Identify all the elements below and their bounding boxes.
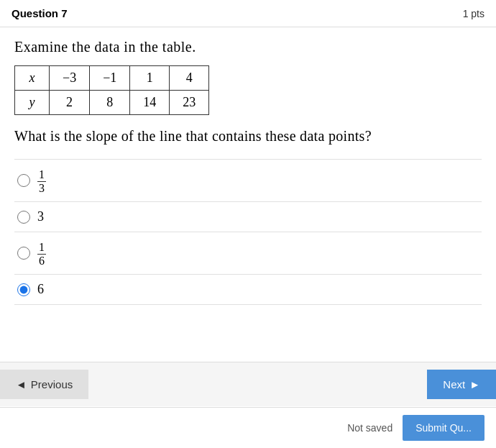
not-saved-text: Not saved	[347, 422, 392, 434]
option-item-4[interactable]: 6	[14, 275, 482, 305]
prev-arrow-icon: ◄	[16, 378, 27, 390]
option-radio-4[interactable]	[17, 283, 30, 296]
y-val-3: 14	[130, 91, 170, 115]
option-label-1: 1 3	[37, 167, 46, 194]
y-val-4: 23	[170, 91, 209, 115]
option-item-2[interactable]: 3	[14, 202, 482, 232]
question-title: Question 7	[12, 7, 68, 19]
question-header: Question 7 1 pts	[0, 0, 496, 27]
table-row-y: y 2 8 14 23	[15, 91, 209, 115]
x-val-4: 4	[170, 66, 209, 91]
option-item-1[interactable]: 1 3	[14, 160, 482, 202]
x-label: x	[15, 66, 50, 91]
previous-label: Previous	[31, 378, 73, 390]
y-val-2: 8	[90, 91, 130, 115]
y-val-1: 2	[50, 91, 90, 115]
fraction-1-6: 1 6	[37, 241, 46, 267]
option-radio-3[interactable]	[17, 247, 30, 260]
y-label: y	[15, 91, 50, 115]
submit-label: Submit Qu...	[415, 422, 472, 434]
option-radio-1[interactable]	[17, 174, 30, 187]
x-val-1: −3	[50, 66, 90, 91]
x-val-2: −1	[90, 66, 130, 91]
question-body: Examine the data in the table. x −3 −1 1…	[0, 27, 496, 319]
next-button[interactable]: Next ►	[427, 370, 496, 399]
navigation-footer: ◄ Previous Next ►	[0, 362, 496, 406]
x-val-3: 1	[130, 66, 170, 91]
submit-button[interactable]: Submit Qu...	[403, 415, 484, 441]
table-row-x: x −3 −1 1 4	[15, 66, 209, 91]
slope-question: What is the slope of the line that conta…	[14, 128, 482, 145]
next-arrow-icon: ►	[469, 378, 480, 390]
question-points: 1 pts	[463, 8, 484, 19]
fraction-1-3: 1 3	[37, 168, 46, 194]
next-label: Next	[443, 378, 465, 390]
previous-button[interactable]: ◄ Previous	[0, 370, 88, 399]
option-label-3: 1 6	[37, 239, 46, 267]
examine-text: Examine the data in the table.	[14, 39, 482, 55]
option-label-2: 3	[37, 209, 44, 224]
data-table: x −3 −1 1 4 y 2 8 14 23	[14, 65, 209, 115]
options-list: 1 3 3 1 6 6	[14, 159, 482, 305]
option-item-3[interactable]: 1 6	[14, 232, 482, 275]
option-radio-2[interactable]	[17, 211, 30, 224]
option-label-4: 6	[37, 282, 44, 297]
submit-bar: Not saved Submit Qu...	[0, 407, 496, 448]
